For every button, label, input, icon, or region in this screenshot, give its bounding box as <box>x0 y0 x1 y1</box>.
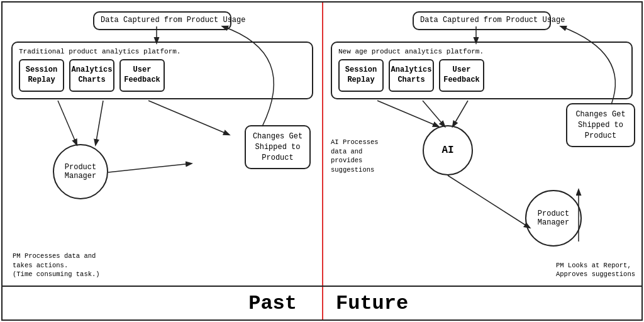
left-tool-session-replay: SessionReplay <box>19 59 64 92</box>
left-pm-label: ProductManager <box>65 163 96 180</box>
svg-line-4 <box>108 164 191 172</box>
right-data-capture-box: Data Captured from Product Usage <box>413 11 551 30</box>
left-tool-user-feedback: UserFeedback <box>119 59 165 92</box>
svg-line-6 <box>377 101 438 126</box>
left-caption-line2: takes actions. <box>13 262 68 269</box>
svg-line-9 <box>448 175 530 228</box>
right-platform-tools: SessionReplay AnalyticsCharts UserFeedba… <box>338 59 625 92</box>
left-platform-container: Traditional product analytics platform. … <box>11 42 313 99</box>
diagram-area: Data Captured from Product Usage Traditi… <box>3 3 641 286</box>
left-caption-line3: (Time consuming task.) <box>13 270 100 278</box>
right-diagram: Data Captured from Product Usage New age… <box>322 3 641 286</box>
svg-line-7 <box>423 101 445 126</box>
outer-border: Data Captured from Product Usage Traditi… <box>1 1 643 321</box>
left-platform-tools: SessionReplay AnalyticsCharts UserFeedba… <box>19 59 306 92</box>
left-tool-analytics-charts: AnalyticsCharts <box>69 59 114 92</box>
right-tool-analytics-charts: AnalyticsCharts <box>389 59 434 92</box>
left-caption: PM Processes data and takes actions. (Ti… <box>13 252 100 279</box>
footer: Past Future <box>3 286 641 319</box>
past-label: Past <box>248 292 297 315</box>
right-pm-caption-l1: PM Looks at Report, <box>556 262 631 269</box>
left-data-capture-label: Data Captured from Product Usage <box>101 16 245 25</box>
right-tool-session-replay: SessionReplay <box>338 59 384 92</box>
left-pm-circle: ProductManager <box>53 144 108 199</box>
svg-line-1 <box>58 101 77 145</box>
right-ai-caption-l2: data and <box>331 148 362 155</box>
right-pm-caption-l2: Approves suggestions <box>556 270 635 278</box>
right-ai-caption-l1: AI Processes <box>331 138 379 146</box>
right-pm-caption: PM Looks at Report, Approves suggestions <box>556 261 635 279</box>
right-ai-label: AI <box>441 145 453 156</box>
right-platform-container: New age product analytics platform. Sess… <box>331 42 633 99</box>
right-ai-caption-l4: suggestions <box>331 166 374 174</box>
right-ai-circle: AI <box>423 125 473 175</box>
future-label: Future <box>336 292 408 315</box>
right-pm-label: ProductManager <box>538 209 569 227</box>
footer-right: Future <box>322 287 641 319</box>
svg-line-2 <box>96 101 103 145</box>
left-diagram: Data Captured from Product Usage Traditi… <box>3 3 322 286</box>
left-changes-label: Changes Get Shipped to Product <box>253 132 303 162</box>
right-ai-caption-l3: provides <box>331 157 362 164</box>
divider <box>322 3 323 286</box>
right-platform-label: New age product analytics platform. <box>338 48 625 55</box>
svg-line-3 <box>148 101 229 135</box>
left-caption-line1: PM Processes data and <box>13 252 96 260</box>
right-pm-circle: ProductManager <box>525 190 582 247</box>
left-platform-label: Traditional product analytics platform. <box>19 48 306 55</box>
right-tool-user-feedback: UserFeedback <box>439 59 484 92</box>
svg-line-8 <box>453 101 468 126</box>
right-changes-box: Changes Get Shipped to Product <box>566 103 635 147</box>
right-data-capture-label: Data Captured from Product Usage <box>420 16 565 25</box>
left-changes-box: Changes Get Shipped to Product <box>245 125 311 169</box>
left-data-capture-box: Data Captured from Product Usage <box>93 11 231 30</box>
right-ai-caption: AI Processes data and provides suggestio… <box>331 138 379 175</box>
right-changes-label: Changes Get Shipped to Product <box>575 110 625 140</box>
footer-left: Past <box>3 287 322 319</box>
